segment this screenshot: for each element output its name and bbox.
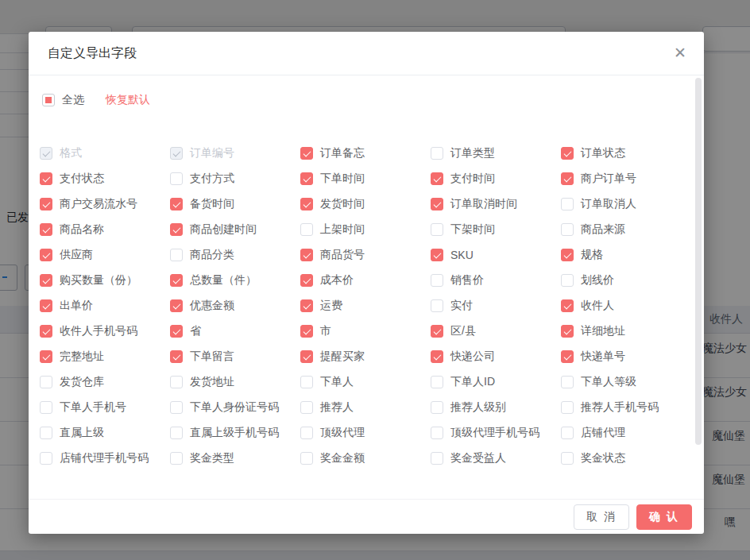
export-field-item[interactable]: 支付时间: [431, 166, 561, 191]
field-checkbox[interactable]: [561, 299, 574, 312]
export-field-item[interactable]: 直属上级: [40, 420, 170, 446]
export-field-item[interactable]: 上架时间: [300, 217, 431, 242]
field-checkbox[interactable]: [300, 299, 313, 312]
field-checkbox[interactable]: [300, 427, 313, 439]
export-field-item[interactable]: 店铺代理: [561, 420, 691, 446]
export-field-item[interactable]: 下架时间: [431, 217, 561, 242]
field-checkbox[interactable]: [300, 376, 313, 388]
field-checkbox[interactable]: [300, 147, 313, 160]
export-field-item[interactable]: 总数量（件）: [170, 268, 300, 293]
export-field-item[interactable]: 详细地址: [561, 319, 691, 344]
field-checkbox[interactable]: [431, 274, 443, 287]
export-field-item[interactable]: 实付: [431, 293, 561, 319]
export-field-item[interactable]: 提醒买家: [300, 344, 431, 369]
export-field-item[interactable]: 推荐人手机号码: [561, 395, 691, 420]
export-field-item[interactable]: 奖金状态: [561, 446, 691, 471]
field-checkbox[interactable]: [40, 223, 52, 236]
export-field-item[interactable]: 奖金受益人: [431, 446, 561, 471]
field-checkbox[interactable]: [561, 274, 574, 287]
field-checkbox[interactable]: [300, 172, 313, 185]
field-checkbox[interactable]: [561, 427, 574, 439]
export-field-item[interactable]: 区/县: [431, 319, 561, 344]
export-field-item[interactable]: 成本价: [300, 268, 431, 293]
field-checkbox[interactable]: [431, 452, 443, 465]
field-checkbox[interactable]: [300, 350, 313, 363]
field-checkbox[interactable]: [431, 172, 443, 185]
export-field-item[interactable]: 下单留言: [170, 344, 300, 369]
field-checkbox[interactable]: [431, 427, 443, 439]
export-field-item[interactable]: 顶级代理手机号码: [431, 420, 561, 446]
export-field-item[interactable]: 商品创建时间: [170, 217, 300, 242]
field-checkbox[interactable]: [40, 172, 52, 185]
field-checkbox[interactable]: [170, 274, 183, 287]
export-field-item[interactable]: 发货仓库: [40, 369, 170, 395]
field-checkbox[interactable]: [40, 274, 52, 287]
field-checkbox[interactable]: [300, 325, 313, 338]
field-checkbox[interactable]: [40, 198, 52, 210]
field-checkbox[interactable]: [561, 198, 574, 210]
export-field-item[interactable]: 收件人: [561, 293, 691, 319]
field-checkbox[interactable]: [40, 376, 52, 388]
field-checkbox[interactable]: [40, 350, 52, 363]
field-checkbox[interactable]: [170, 427, 183, 439]
export-field-item[interactable]: 商品货号: [300, 242, 431, 268]
export-field-item[interactable]: 订单取消时间: [431, 191, 561, 217]
field-checkbox[interactable]: [561, 172, 574, 185]
field-checkbox[interactable]: [170, 299, 183, 312]
field-checkbox[interactable]: [431, 325, 443, 338]
export-field-item[interactable]: 店铺代理手机号码: [40, 446, 170, 471]
field-checkbox[interactable]: [431, 223, 443, 236]
field-checkbox[interactable]: [431, 401, 443, 414]
export-field-item[interactable]: 奖金金额: [300, 446, 431, 471]
export-field-item[interactable]: 奖金类型: [170, 446, 300, 471]
field-checkbox[interactable]: [300, 401, 313, 414]
export-field-item[interactable]: 订单类型: [431, 141, 561, 166]
export-field-item[interactable]: 下单人ID: [431, 369, 561, 395]
export-field-item[interactable]: 支付状态: [40, 166, 170, 191]
field-checkbox[interactable]: [170, 325, 183, 338]
export-field-item[interactable]: 发货地址: [170, 369, 300, 395]
export-field-item[interactable]: 收件人手机号码: [40, 319, 170, 344]
field-checkbox[interactable]: [300, 223, 313, 236]
export-field-item[interactable]: 规格: [561, 242, 691, 268]
field-checkbox[interactable]: [40, 401, 52, 414]
field-checkbox[interactable]: [431, 350, 443, 363]
export-field-item[interactable]: 下单人手机号: [40, 395, 170, 420]
field-checkbox[interactable]: [561, 223, 574, 236]
export-field-item[interactable]: 顶级代理: [300, 420, 431, 446]
field-checkbox[interactable]: [170, 350, 183, 363]
field-checkbox[interactable]: [300, 249, 313, 261]
export-field-item[interactable]: 备货时间: [170, 191, 300, 217]
export-field-item[interactable]: 供应商: [40, 242, 170, 268]
field-checkbox[interactable]: [561, 452, 574, 465]
export-field-item[interactable]: 下单人: [300, 369, 431, 395]
field-checkbox[interactable]: [300, 274, 313, 287]
export-field-item[interactable]: 推荐人级别: [431, 395, 561, 420]
export-field-item[interactable]: 快递单号: [561, 344, 691, 369]
export-field-item[interactable]: 订单状态: [561, 141, 691, 166]
field-checkbox[interactable]: [170, 401, 183, 414]
export-field-item[interactable]: 划线价: [561, 268, 691, 293]
export-field-item[interactable]: 商户交易流水号: [40, 191, 170, 217]
field-checkbox[interactable]: [40, 249, 52, 261]
field-checkbox[interactable]: [170, 249, 183, 261]
confirm-button[interactable]: 确 认: [636, 504, 692, 530]
export-field-item[interactable]: 下单时间: [300, 166, 431, 191]
export-field-item[interactable]: SKU: [431, 242, 561, 268]
select-all-label[interactable]: 全选: [62, 93, 84, 107]
select-all-checkbox[interactable]: [42, 94, 55, 106]
export-field-item[interactable]: 快递公司: [431, 344, 561, 369]
field-checkbox[interactable]: [431, 147, 443, 160]
close-icon[interactable]: ✕: [671, 44, 690, 63]
field-checkbox[interactable]: [561, 147, 574, 160]
export-field-item[interactable]: 运费: [300, 293, 431, 319]
field-checkbox[interactable]: [170, 376, 183, 388]
field-checkbox[interactable]: [40, 299, 52, 312]
export-field-item[interactable]: 订单取消人: [561, 191, 691, 217]
field-checkbox[interactable]: [40, 325, 52, 338]
field-checkbox[interactable]: [561, 325, 574, 338]
export-field-item[interactable]: 优惠金额: [170, 293, 300, 319]
export-field-item[interactable]: 直属上级手机号码: [170, 420, 300, 446]
export-field-item[interactable]: 出单价: [40, 293, 170, 319]
field-checkbox[interactable]: [170, 198, 183, 210]
